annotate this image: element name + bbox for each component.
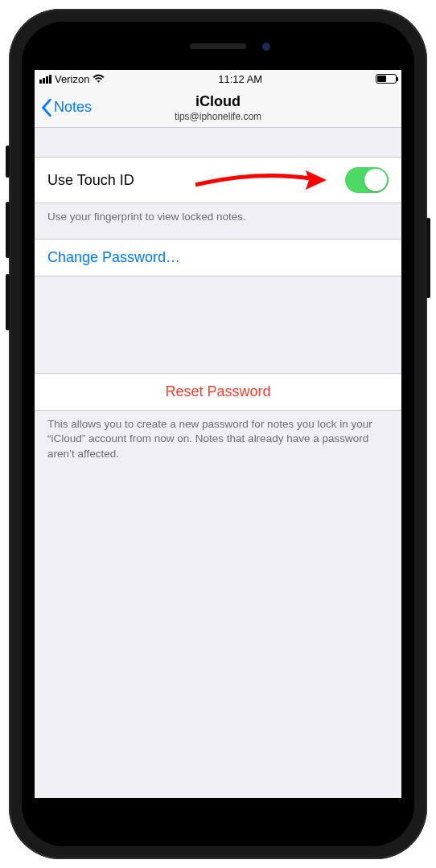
wifi-icon xyxy=(93,74,105,84)
section-spacer xyxy=(35,128,401,157)
side-button xyxy=(426,218,430,298)
home-indicator-area xyxy=(22,811,414,830)
section-spacer xyxy=(35,224,401,239)
reset-password-row[interactable]: Reset Password xyxy=(35,373,401,411)
navigation-bar: Notes iCloud tips@iphonelife.com xyxy=(35,88,401,128)
front-camera xyxy=(262,43,270,51)
chevron-left-icon xyxy=(41,99,52,117)
speaker-grille xyxy=(190,43,246,49)
clock-label: 11:12 AM xyxy=(218,73,262,85)
toggle-knob xyxy=(364,169,387,191)
volume-up-button xyxy=(6,202,10,258)
section-spacer xyxy=(35,276,401,373)
mute-switch xyxy=(6,145,10,178)
change-password-row[interactable]: Change Password… xyxy=(35,239,401,276)
device-bezel: Verizon 11:12 AM No xyxy=(22,22,414,846)
status-bar: Verizon 11:12 AM xyxy=(35,70,401,88)
battery-fill xyxy=(377,76,386,82)
svg-marker-0 xyxy=(306,170,327,190)
battery-icon xyxy=(376,74,397,84)
reset-password-footer: This allows you to create a new password… xyxy=(35,411,401,461)
change-password-label: Change Password… xyxy=(47,249,180,266)
carrier-label: Verizon xyxy=(55,73,89,85)
device-notch xyxy=(22,22,414,70)
touch-id-footer: Use your fingerprint to view locked note… xyxy=(35,203,401,224)
volume-down-button xyxy=(6,274,10,330)
annotation-arrow-icon xyxy=(191,166,328,194)
touch-id-label: Use Touch ID xyxy=(47,172,134,189)
device-frame: Verizon 11:12 AM No xyxy=(9,9,427,859)
back-label: Notes xyxy=(54,99,92,116)
back-button[interactable]: Notes xyxy=(41,99,92,117)
touch-id-toggle[interactable] xyxy=(345,167,389,193)
content-area: Use Touch ID Use your fingerprint to vie… xyxy=(35,128,401,798)
cellular-signal-icon xyxy=(39,75,51,84)
screen: Verizon 11:12 AM No xyxy=(35,70,401,798)
reset-password-label: Reset Password xyxy=(165,383,270,400)
touch-id-row[interactable]: Use Touch ID xyxy=(35,157,401,203)
